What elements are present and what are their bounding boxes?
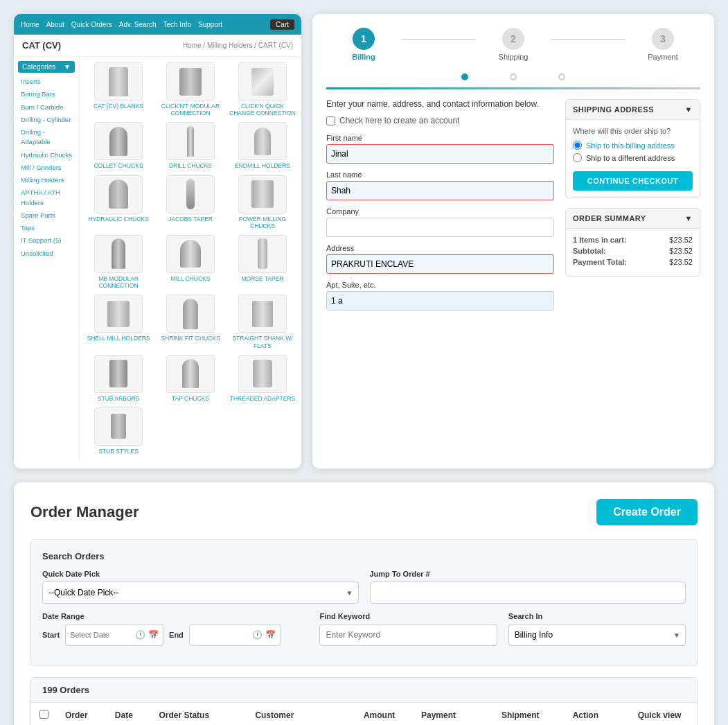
sidebar-item-milling-holders[interactable]: Milling Holders: [18, 174, 75, 186]
sidebar-item-burn-carbide[interactable]: Burn / Carbide: [18, 101, 75, 114]
quick-date-label: Quick Date Pick: [42, 570, 359, 578]
nav-home[interactable]: Home: [21, 21, 39, 28]
last-name-group: Last name: [326, 171, 554, 200]
ship-billing-option[interactable]: Ship to this billing address: [573, 141, 693, 150]
end-clock-icon[interactable]: 🕐: [252, 630, 263, 640]
product-hydraulic-chucks[interactable]: HYDRAULIC CHUCKS: [85, 175, 152, 229]
jump-order-input[interactable]: [370, 582, 686, 604]
nav-adv-search[interactable]: Adv. Search: [119, 21, 157, 28]
create-account-label: Check here to create an account: [339, 116, 459, 125]
last-name-input[interactable]: [326, 181, 554, 200]
sidebar-item-it-support[interactable]: IT Support (5): [18, 234, 75, 247]
nav-about[interactable]: About: [46, 21, 64, 28]
address-input[interactable]: [326, 254, 554, 274]
end-date-wrapper: 🕐 📅: [189, 624, 281, 646]
sidebar-item-taps[interactable]: Taps: [18, 222, 75, 234]
address-label: Address: [326, 244, 554, 252]
ship-billing-radio[interactable]: [573, 141, 582, 150]
th-order-status: Order Status: [150, 703, 247, 725]
date-range-col: Date Range Start 🕐 📅 End 🕐 📅: [42, 612, 308, 646]
catalog-nav: Home About Quick Orders Adv. Search Tech…: [14, 14, 301, 35]
product-clickn-quick[interactable]: CLICK'N QUICK CHANGE CONNECTION: [229, 62, 296, 116]
product-shell-mill-holders[interactable]: SHELL MILL HOLDERS: [85, 295, 152, 349]
sidebar-item-aptha-ath[interactable]: APTHA / ATH Holders: [18, 186, 75, 209]
quick-date-select-wrapper: --Quick Date Pick--: [42, 582, 359, 604]
search-orders-section: Search Orders Quick Date Pick --Quick Da…: [30, 539, 698, 666]
ship-different-radio[interactable]: [573, 153, 582, 162]
checkout-form: Enter your name, address, and contact in…: [326, 99, 554, 317]
product-mill-chucks[interactable]: MILL CHUCKS: [157, 235, 224, 289]
sidebar-item-drilling-adaptable[interactable]: Drilling - Adaptable: [18, 126, 75, 149]
end-calendar-icon[interactable]: 📅: [265, 630, 276, 640]
shipping-dropdown-icon[interactable]: ▼: [685, 105, 693, 114]
product-stub-arbors[interactable]: STUB ARBORS: [85, 355, 152, 402]
order-summary-box: ORDER SUMMARY ▼ 1 Items in cart: $23.52 …: [565, 208, 700, 277]
sidebar-item-unsolicited[interactable]: Unsolicited: [18, 247, 75, 260]
end-date-input[interactable]: [194, 631, 249, 639]
sidebar-item-hydraulic-chucks[interactable]: Hydraulic Chucks: [18, 149, 75, 161]
categories-header[interactable]: Categories ▼: [18, 61, 75, 73]
sidebar-item-mill-grinders[interactable]: Mill / Grinders: [18, 161, 75, 174]
catalog-header: CAT (CV) Home / Milling Holders / CART (…: [14, 35, 301, 57]
product-tap-chucks[interactable]: TAP CHUCKS: [157, 355, 224, 402]
product-shrink-fit-chucks[interactable]: SHRINK FIT CHUCKS: [157, 295, 224, 349]
th-checkbox: [31, 703, 57, 725]
orders-count: 199 Orders: [31, 678, 697, 703]
continue-checkout-button[interactable]: CONTINUE CHECKOUT: [573, 171, 693, 191]
product-collet-chucks[interactable]: COLLET CHUCKS: [85, 122, 152, 169]
first-name-label: First name: [326, 134, 554, 142]
quick-date-select[interactable]: --Quick Date Pick--: [42, 582, 359, 604]
th-date: Date: [107, 703, 151, 725]
jump-order-label: Jump To Order #: [370, 570, 686, 578]
start-label: Start: [42, 631, 60, 639]
product-power-milling-chucks[interactable]: POWER MILLING CHUCKS: [229, 175, 296, 229]
cart-button[interactable]: Cart: [270, 19, 294, 30]
order-summary-dropdown-icon[interactable]: ▼: [685, 214, 693, 222]
search-top-row: Quick Date Pick --Quick Date Pick-- Jump…: [42, 570, 686, 604]
th-payment: Payment: [413, 703, 493, 725]
step-billing-circle: 1: [353, 28, 375, 50]
ship-different-option[interactable]: Ship to a different address: [573, 153, 693, 162]
product-straight-shank[interactable]: STRAIGHT SHANK W/ FLATS: [229, 295, 296, 349]
search-in-label: Search In: [508, 612, 686, 620]
find-keyword-input[interactable]: [319, 624, 497, 646]
address-group: Address: [326, 244, 554, 274]
create-account-row: Check here to create an account: [326, 116, 554, 125]
shipping-sidebar: SHIPPING ADDRESS ▼ Where will this order…: [565, 99, 700, 317]
search-in-select[interactable]: Billing Info: [508, 624, 686, 646]
company-input[interactable]: [326, 218, 554, 237]
product-drill-chucks[interactable]: DRILL CHUCKS: [157, 122, 224, 169]
product-mb-modular[interactable]: MB MODULAR CONNECTION: [85, 235, 152, 289]
search-in-select-wrapper: Billing Info: [508, 624, 686, 646]
nav-tech-info[interactable]: Tech Info: [163, 21, 191, 28]
sidebar-item-spare-parts[interactable]: Spare Parts: [18, 209, 75, 222]
product-endmill-holders[interactable]: ENDMILL HOLDERS: [229, 122, 296, 169]
start-calendar-icon[interactable]: 📅: [148, 630, 159, 640]
step-payment-label: Payment: [648, 53, 677, 61]
om-header: Order Manager Create Order: [30, 499, 698, 525]
find-keyword-label: Find Keyword: [319, 612, 497, 620]
sidebar-item-inserts[interactable]: Inserts: [18, 76, 75, 88]
product-morse-taper[interactable]: MORSE TAPER: [229, 235, 296, 289]
create-account-checkbox[interactable]: [326, 116, 335, 125]
nav-quick-orders[interactable]: Quick Orders: [71, 21, 112, 28]
apt-input[interactable]: [326, 291, 554, 311]
start-date-input[interactable]: [70, 631, 132, 639]
step-shipping-circle: 2: [502, 28, 524, 50]
shipping-address-box: SHIPPING ADDRESS ▼ Where will this order…: [565, 99, 700, 198]
first-name-input[interactable]: [326, 144, 554, 164]
start-clock-icon[interactable]: 🕐: [135, 630, 145, 640]
select-all-checkbox[interactable]: [39, 710, 48, 719]
nav-support[interactable]: Support: [198, 21, 222, 28]
product-stub-styles[interactable]: STUB STYLES: [85, 408, 152, 455]
catalog-sidebar: Categories ▼ Inserts Boring Bars Burn / …: [14, 57, 80, 460]
checkout-divider: [326, 87, 700, 89]
create-order-button[interactable]: Create Order: [596, 499, 698, 525]
product-clicknt-modular[interactable]: CLICK'N'T MODULAR CONNECTION: [157, 62, 224, 116]
sidebar-item-boring-bars[interactable]: Boring Bars: [18, 88, 75, 101]
product-threaded-adapters[interactable]: THREADED ADAPTERS: [229, 355, 296, 402]
product-cat-blanks[interactable]: CAT (CV) BLANKS: [85, 62, 152, 116]
sidebar-item-drilling-cylinder[interactable]: Drilling - Cylinder: [18, 114, 75, 126]
step-payment: 3 Payment: [625, 28, 700, 61]
product-jacobs-taper[interactable]: JACOBS TAPER: [157, 175, 224, 229]
